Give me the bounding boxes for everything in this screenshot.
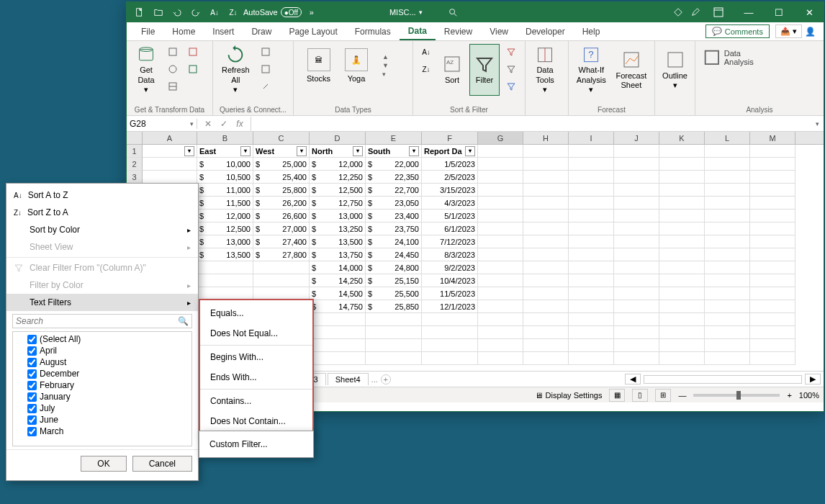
cell[interactable] (478, 261, 523, 274)
cell[interactable] (659, 210, 705, 222)
cell[interactable]: $25,500 (366, 287, 422, 300)
cell[interactable] (614, 171, 659, 184)
cell[interactable] (523, 158, 569, 171)
cell[interactable] (253, 274, 310, 287)
cell[interactable]: $24,100 (366, 235, 422, 248)
cell[interactable]: $27,000 (253, 222, 310, 235)
cell[interactable]: $14,000 (310, 261, 366, 274)
cell[interactable] (659, 261, 705, 274)
cell[interactable] (659, 197, 705, 210)
cell[interactable] (478, 222, 523, 235)
cell[interactable]: $22,350 (366, 171, 422, 184)
tab-home[interactable]: Home (163, 24, 204, 40)
col-header-k[interactable]: K (659, 132, 705, 144)
cell[interactable] (569, 235, 614, 248)
cell[interactable] (659, 145, 705, 158)
filter-search[interactable]: 🔍 (12, 314, 192, 328)
cell[interactable] (659, 326, 705, 339)
tab-data[interactable]: Data (400, 23, 436, 40)
cell[interactable] (422, 339, 478, 352)
filter-not-contain[interactable]: Does Not Contain... (200, 411, 312, 431)
pen-icon[interactable] (687, 4, 704, 21)
edit-links-icon[interactable] (257, 78, 274, 94)
from-web-icon[interactable] (164, 61, 181, 77)
cell[interactable] (750, 300, 795, 313)
new-file-icon[interactable] (131, 4, 148, 21)
document-name[interactable]: MISC... ▾ (389, 8, 423, 17)
cell[interactable]: $25,150 (366, 274, 422, 287)
sort-asc-icon[interactable]: A↓ (206, 4, 223, 21)
cell[interactable] (569, 287, 614, 300)
cell[interactable] (422, 313, 478, 326)
filter-dropdown-icon[interactable]: ▾ (353, 146, 363, 156)
cell[interactable] (478, 313, 523, 326)
cell[interactable] (478, 210, 523, 222)
cell[interactable] (750, 210, 795, 222)
cell[interactable]: 10/4/2023 (422, 274, 478, 287)
cell[interactable] (614, 145, 659, 158)
cell[interactable] (614, 287, 659, 300)
filter-dropdown-icon[interactable]: ▾ (184, 146, 194, 156)
cell[interactable] (478, 274, 523, 287)
scroll-left-icon[interactable]: ◀ (625, 374, 641, 384)
cell[interactable] (143, 171, 197, 184)
cell[interactable] (750, 274, 795, 287)
fx-icon[interactable]: fx (232, 117, 248, 131)
cell[interactable]: $26,600 (253, 210, 310, 222)
what-if-button[interactable]: ? What-If Analysis ▾ (573, 44, 610, 96)
cell[interactable] (478, 248, 523, 261)
get-data-button[interactable]: Get Data ▾ (131, 44, 161, 96)
filter-dropdown-icon[interactable]: ▾ (240, 146, 251, 156)
cell[interactable] (659, 274, 705, 287)
share-button[interactable]: 📤 ▾ (775, 24, 802, 38)
cell[interactable] (705, 145, 750, 158)
cell[interactable] (569, 300, 614, 313)
maximize-button[interactable]: ☐ (765, 2, 793, 22)
cell[interactable]: $13,250 (310, 222, 366, 235)
cell[interactable] (659, 300, 705, 313)
cell[interactable] (614, 339, 659, 352)
filter-not-equal[interactable]: Does Not Equal... (200, 323, 312, 343)
cell[interactable]: $24,800 (366, 261, 422, 274)
zoom-in-icon[interactable]: + (787, 391, 791, 400)
cell[interactable] (750, 313, 795, 326)
col-header-d[interactable]: D (310, 132, 366, 144)
cell[interactable] (750, 261, 795, 274)
sort-button[interactable]: AZ Sort (438, 44, 466, 96)
sort-za-icon[interactable]: Z↓ (418, 61, 435, 77)
more-qat-icon[interactable]: » (303, 4, 320, 21)
autosave-toggle[interactable]: AutoSave ● Off (243, 7, 302, 17)
cell[interactable] (310, 313, 366, 326)
cell[interactable] (523, 287, 569, 300)
cell[interactable] (659, 287, 705, 300)
col-header-a[interactable]: A (143, 132, 197, 144)
cell[interactable]: $12,500 (310, 184, 366, 197)
data-analysis-button[interactable]: Data Analysis (700, 47, 757, 68)
sheet-tab[interactable]: Sheet4 (328, 373, 369, 385)
cell[interactable] (478, 171, 523, 184)
cell[interactable] (659, 339, 705, 352)
cell[interactable]: $13,000 (197, 235, 253, 248)
filter-button[interactable]: Filter (469, 44, 500, 96)
tab-review[interactable]: Review (436, 24, 481, 40)
recent-sources-icon[interactable] (184, 44, 202, 60)
clear-filter-icon[interactable] (502, 44, 520, 60)
cell[interactable]: 7/12/2023 (422, 235, 478, 248)
scroll-right-icon[interactable]: ▶ (805, 374, 821, 384)
cell[interactable] (523, 184, 569, 197)
forecast-sheet-button[interactable]: Forecast Sheet (613, 44, 650, 96)
cell[interactable] (705, 300, 750, 313)
cell[interactable] (659, 248, 705, 261)
filter-custom[interactable]: Custom Filter... (199, 434, 313, 454)
checkbox[interactable] (27, 427, 37, 436)
cell[interactable] (569, 261, 614, 274)
checkbox[interactable] (27, 369, 37, 379)
normal-view-icon[interactable]: ▦ (609, 389, 625, 402)
tab-page-layout[interactable]: Page Layout (280, 24, 346, 40)
cell[interactable] (705, 235, 750, 248)
cell[interactable]: $24,450 (366, 248, 422, 261)
filter-check-item[interactable]: July (27, 402, 189, 414)
cell[interactable] (614, 197, 659, 210)
cell[interactable]: $12,750 (310, 197, 366, 210)
col-header-j[interactable]: J (614, 132, 659, 144)
